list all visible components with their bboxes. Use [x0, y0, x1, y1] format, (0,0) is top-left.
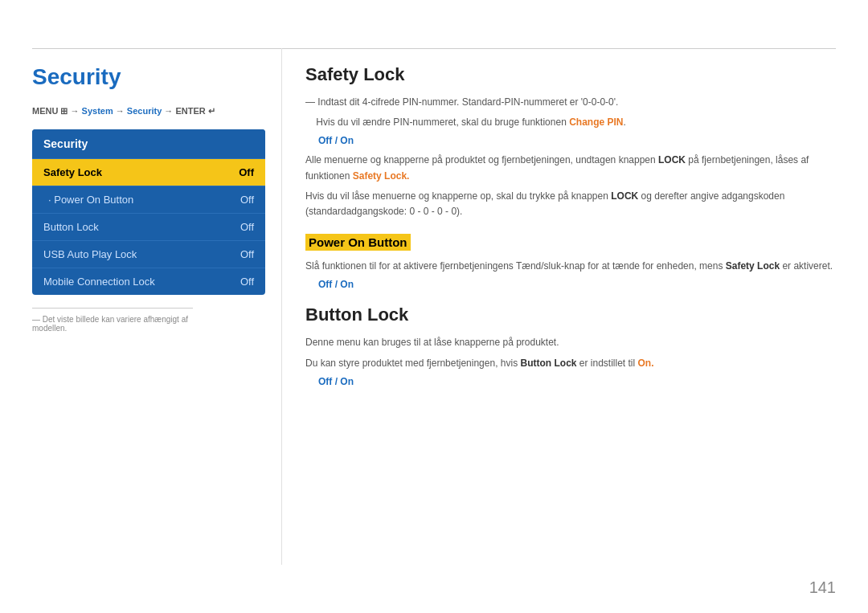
power-on-section: Power On Button Slå funktionen til for a… [305, 234, 836, 290]
menu-item-safety-lock-label: Safety Lock [43, 166, 102, 178]
lock-bold-2: LOCK [611, 190, 638, 202]
safety-lock-title: Safety Lock [305, 64, 836, 85]
security-menu-header: Security [32, 129, 265, 159]
button-lock-desc-2: Du kan styre produktet med fjernbetjenin… [305, 356, 836, 371]
menu-item-mobile-connection[interactable]: Mobile Connection Lock Off [32, 268, 265, 295]
safety-lock-link-1: Safety Lock. [353, 170, 410, 182]
page-number: 141 [809, 578, 836, 597]
breadcrumb-menu-icon: ⊞ → [60, 106, 81, 116]
power-on-bullet: Off / On [318, 279, 836, 290]
button-lock-bold: Button Lock [520, 358, 576, 369]
left-panel: Security MENU ⊞ → System → Security → EN… [32, 48, 273, 565]
breadcrumb-security: Security [127, 106, 162, 116]
safety-lock-desc-2: Hvis du vil låse menuerne og knapperne o… [305, 189, 836, 219]
safety-lock-desc-1: Alle menuerne og knapperne på produktet … [305, 153, 836, 183]
breadcrumb: MENU ⊞ → System → Security → ENTER ↵ [32, 106, 273, 116]
button-lock-title: Button Lock [305, 304, 836, 325]
safety-lock-section: Safety Lock — Indtast dit 4-cifrede PIN-… [305, 64, 836, 219]
footnote: — Det viste billede kan variere afhængig… [32, 308, 193, 333]
breadcrumb-arrow1: → [113, 106, 127, 116]
safety-lock-bold: Safety Lock [726, 260, 780, 272]
power-on-subtitle: Power On Button [305, 234, 411, 251]
breadcrumb-arrow2: → ENTER ↵ [162, 106, 215, 116]
safety-lock-off-on: Off / On [318, 135, 354, 146]
menu-item-power-on-label: · Power On Button [48, 194, 133, 206]
menu-item-mobile-connection-value: Off [240, 276, 254, 288]
menu-item-safety-lock-value: Off [239, 166, 254, 178]
menu-item-button-lock-value: Off [240, 221, 254, 233]
menu-item-button-lock[interactable]: Button Lock Off [32, 214, 265, 241]
menu-item-power-on-value: Off [240, 194, 254, 206]
menu-item-safety-lock[interactable]: Safety Lock Off [32, 159, 265, 186]
breadcrumb-menu: MENU [32, 106, 58, 116]
lock-bold-1: LOCK [658, 154, 686, 166]
menu-item-usb-autoplay[interactable]: USB Auto Play Lock Off [32, 241, 265, 268]
main-content: Safety Lock — Indtast dit 4-cifrede PIN-… [305, 48, 836, 565]
button-lock-on-link: On. [638, 358, 654, 369]
button-lock-section: Button Lock Denne menu kan bruges til at… [305, 304, 836, 386]
page-title: Security [32, 64, 273, 90]
pin-info-1-dash: — [305, 96, 317, 108]
button-lock-off-on: Off / On [318, 376, 354, 387]
power-on-desc: Slå funktionen til for at aktivere fjern… [305, 259, 836, 274]
pin-info-1: — Indtast dit 4-cifrede PIN-nummer. Stan… [305, 95, 836, 110]
security-menu: Security Safety Lock Off · Power On Butt… [32, 129, 265, 295]
panel-separator [281, 48, 282, 565]
button-lock-desc-1: Denne menu kan bruges til at låse knappe… [305, 335, 836, 350]
pin-info-2: Hvis du vil ændre PIN-nummeret, skal du … [305, 115, 836, 130]
menu-item-button-lock-label: Button Lock [43, 221, 99, 233]
menu-item-usb-autoplay-label: USB Auto Play Lock [43, 248, 137, 260]
menu-item-mobile-connection-label: Mobile Connection Lock [43, 276, 155, 288]
menu-item-usb-autoplay-value: Off [240, 248, 254, 260]
power-on-off-on: Off / On [318, 279, 354, 290]
menu-item-power-on-button[interactable]: · Power On Button Off [32, 186, 265, 214]
safety-lock-bullet: Off / On [318, 135, 836, 146]
change-pin-link: Change PIN [569, 116, 623, 128]
breadcrumb-system: System [82, 106, 113, 116]
button-lock-bullet: Off / On [318, 376, 836, 387]
